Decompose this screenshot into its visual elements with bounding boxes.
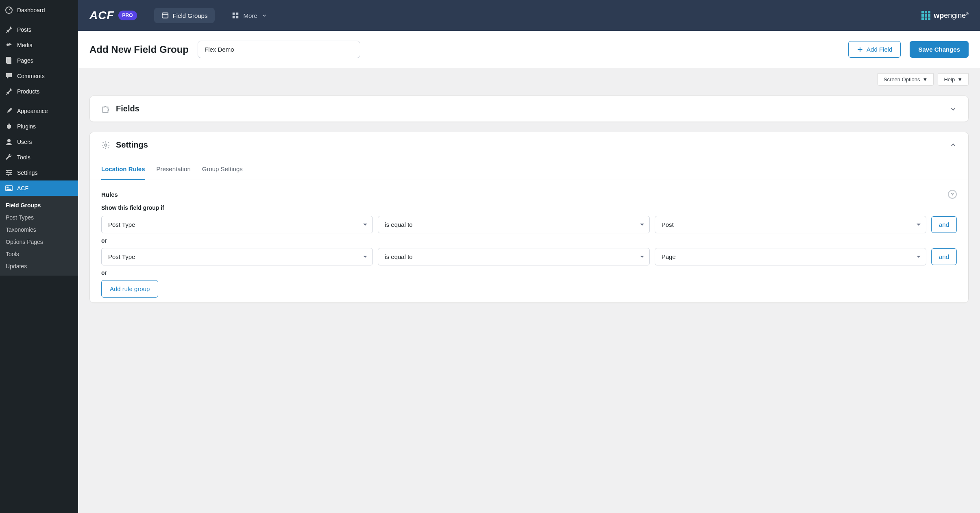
nav-more[interactable]: More bbox=[232, 12, 267, 19]
save-changes-button[interactable]: Save Changes bbox=[910, 41, 969, 58]
logo-text: ACF bbox=[89, 9, 114, 22]
gear-icon bbox=[101, 141, 110, 150]
submenu-updates[interactable]: Updates bbox=[0, 260, 78, 272]
help-button[interactable]: Help ▼ bbox=[938, 73, 969, 86]
sidebar-label: Comments bbox=[17, 73, 45, 79]
sidebar-label: Plugins bbox=[17, 123, 36, 130]
svg-rect-3 bbox=[7, 58, 11, 64]
sidebar-item-products[interactable]: Products bbox=[0, 84, 78, 99]
acf-submenu: Field Groups Post Types Taxonomies Optio… bbox=[0, 196, 78, 276]
page-icon bbox=[5, 57, 13, 65]
help-label: Help bbox=[944, 76, 955, 83]
sidebar-label: Tools bbox=[17, 154, 30, 161]
sidebar-item-plugins[interactable]: Plugins bbox=[0, 119, 78, 134]
page-title: Add New Field Group bbox=[89, 44, 189, 55]
sidebar-item-appearance[interactable]: Appearance bbox=[0, 103, 78, 119]
svg-rect-14 bbox=[233, 16, 235, 18]
sidebar-label: ACF bbox=[17, 185, 28, 191]
media-icon bbox=[5, 41, 13, 49]
fields-panel: Fields bbox=[89, 96, 969, 122]
screen-options-button[interactable]: Screen Options ▼ bbox=[878, 73, 934, 86]
rules-subtitle: Show this field group if bbox=[101, 204, 957, 211]
screen-options-label: Screen Options bbox=[884, 76, 920, 83]
sidebar-item-posts[interactable]: Posts bbox=[0, 22, 78, 37]
svg-point-6 bbox=[9, 172, 11, 174]
rule-operator-select[interactable]: is equal to bbox=[378, 248, 649, 265]
svg-point-7 bbox=[8, 174, 9, 176]
acf-icon bbox=[5, 184, 13, 192]
sidebar-label: Dashboard bbox=[17, 7, 45, 13]
layout-icon bbox=[161, 12, 169, 19]
chevron-down-icon[interactable] bbox=[950, 105, 957, 113]
sidebar-item-media[interactable]: Media bbox=[0, 37, 78, 53]
more-label: More bbox=[243, 12, 257, 19]
pin-icon bbox=[5, 26, 13, 34]
svg-point-1 bbox=[7, 43, 9, 46]
submenu-tools[interactable]: Tools bbox=[0, 248, 78, 260]
sidebar-label: Settings bbox=[17, 170, 38, 176]
rule-value-select[interactable]: Post bbox=[655, 216, 926, 233]
user-icon bbox=[5, 138, 13, 146]
rule-and-button[interactable]: and bbox=[931, 216, 957, 233]
sidebar-item-users[interactable]: Users bbox=[0, 134, 78, 150]
add-rule-group-button[interactable]: Add rule group bbox=[101, 280, 158, 298]
chevron-down-icon bbox=[261, 13, 267, 18]
svg-rect-10 bbox=[7, 189, 11, 190]
rule-param-select[interactable]: Post Type bbox=[101, 248, 373, 265]
svg-point-4 bbox=[7, 139, 11, 142]
wpengine-icon bbox=[921, 11, 930, 20]
rule-row: Post Type is equal to Page and bbox=[101, 248, 957, 265]
dashboard-icon bbox=[5, 6, 13, 14]
grid-icon bbox=[232, 12, 239, 19]
wpengine-text: wpengine® bbox=[934, 11, 969, 20]
svg-point-5 bbox=[7, 170, 9, 172]
sidebar-item-settings[interactable]: Settings bbox=[0, 165, 78, 180]
settings-tabs: Location Rules Presentation Group Settin… bbox=[90, 158, 968, 180]
rules-help-icon[interactable]: ? bbox=[948, 190, 957, 199]
svg-rect-9 bbox=[7, 187, 9, 188]
nav-label: Field Groups bbox=[173, 12, 208, 19]
pin-icon bbox=[5, 87, 13, 96]
submenu-field-groups[interactable]: Field Groups bbox=[0, 199, 78, 211]
sidebar-item-dashboard[interactable]: Dashboard bbox=[0, 2, 78, 18]
sidebar-item-pages[interactable]: Pages bbox=[0, 53, 78, 68]
brush-icon bbox=[5, 107, 13, 115]
rule-and-button[interactable]: and bbox=[931, 248, 957, 265]
submenu-options-pages[interactable]: Options Pages bbox=[0, 236, 78, 248]
tab-group-settings[interactable]: Group Settings bbox=[202, 158, 243, 180]
nav-field-groups[interactable]: Field Groups bbox=[154, 8, 215, 23]
caret-down-icon: ▼ bbox=[957, 76, 963, 83]
tab-presentation[interactable]: Presentation bbox=[157, 158, 191, 180]
sliders-icon bbox=[5, 169, 13, 177]
pro-badge: PRO bbox=[118, 11, 137, 20]
rule-value-select[interactable]: Page bbox=[655, 248, 926, 265]
sidebar-item-comments[interactable]: Comments bbox=[0, 68, 78, 84]
field-group-title-input[interactable] bbox=[198, 41, 360, 58]
rule-param-select[interactable]: Post Type bbox=[101, 216, 373, 233]
submenu-taxonomies[interactable]: Taxonomies bbox=[0, 224, 78, 236]
rule-or-label: or bbox=[101, 270, 957, 276]
svg-rect-8 bbox=[6, 186, 12, 191]
wrench-icon bbox=[5, 153, 13, 161]
settings-panel-title: Settings bbox=[116, 140, 148, 150]
add-field-button[interactable]: Add Field bbox=[848, 41, 901, 58]
sidebar-label: Posts bbox=[17, 26, 31, 33]
rule-operator-select[interactable]: is equal to bbox=[378, 216, 649, 233]
sidebar-label: Appearance bbox=[17, 108, 48, 114]
acf-topbar: ACF PRO Field Groups More wpengine® bbox=[78, 0, 980, 31]
chevron-up-icon[interactable] bbox=[950, 141, 957, 149]
submenu-post-types[interactable]: Post Types bbox=[0, 211, 78, 224]
svg-rect-11 bbox=[162, 13, 168, 18]
rules-title: Rules bbox=[101, 191, 118, 198]
add-field-label: Add Field bbox=[867, 46, 892, 53]
fields-panel-header[interactable]: Fields bbox=[90, 96, 968, 122]
page-header: Add New Field Group Add Field Save Chang… bbox=[78, 31, 980, 68]
sidebar-item-tools[interactable]: Tools bbox=[0, 150, 78, 165]
caret-down-icon: ▼ bbox=[923, 76, 928, 83]
comment-icon bbox=[5, 72, 13, 80]
sidebar-label: Media bbox=[17, 42, 33, 48]
sidebar-item-acf[interactable]: ACF bbox=[0, 180, 78, 196]
tab-location-rules[interactable]: Location Rules bbox=[101, 158, 145, 180]
rule-row: Post Type is equal to Post and bbox=[101, 216, 957, 233]
settings-panel-header[interactable]: Settings bbox=[90, 132, 968, 158]
